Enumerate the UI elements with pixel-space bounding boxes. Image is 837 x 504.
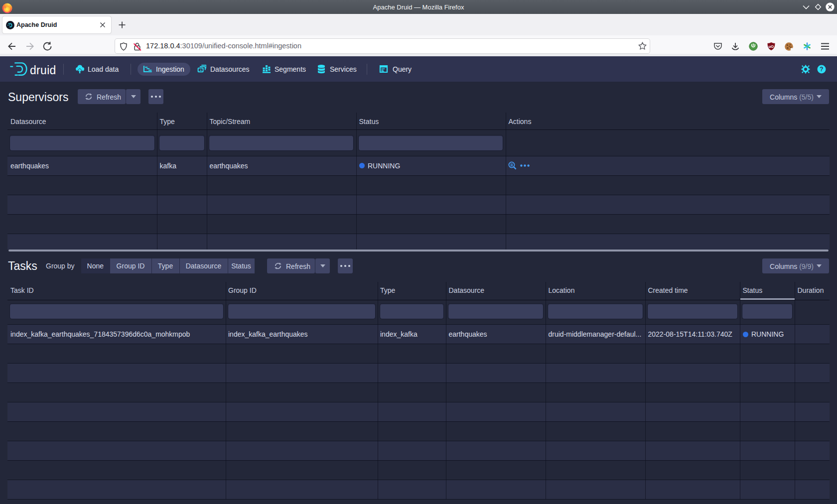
svg-text:uO: uO	[769, 44, 774, 49]
svg-text:?: ?	[820, 66, 823, 73]
